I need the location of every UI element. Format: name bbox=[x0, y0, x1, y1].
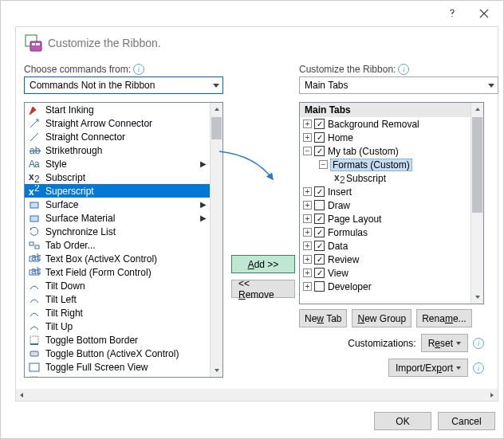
command-item[interactable]: Toggle Bottom Border bbox=[25, 333, 222, 347]
expand-icon[interactable]: + bbox=[303, 214, 312, 223]
command-label: Tab Order... bbox=[45, 240, 222, 251]
scroll-thumb[interactable] bbox=[211, 117, 222, 139]
scrollbar[interactable] bbox=[471, 103, 483, 304]
add-button[interactable]: Add >> bbox=[231, 255, 295, 273]
checkbox[interactable] bbox=[314, 119, 325, 129]
choose-commands-select[interactable]: Commands Not in the Ribbon bbox=[24, 76, 223, 94]
checkbox[interactable] bbox=[314, 227, 325, 237]
command-item[interactable]: Toggle Left Border bbox=[25, 374, 222, 378]
new-group-button[interactable]: New Group bbox=[352, 309, 411, 327]
checkbox[interactable] bbox=[314, 214, 325, 224]
scroll-up-icon[interactable] bbox=[211, 103, 222, 116]
expand-icon[interactable]: + bbox=[303, 268, 312, 277]
expand-icon[interactable]: + bbox=[303, 187, 312, 196]
command-item[interactable]: Tilt Left bbox=[25, 292, 222, 306]
command-item[interactable]: Toggle Full Screen View bbox=[25, 360, 222, 374]
collapse-icon[interactable]: − bbox=[319, 160, 328, 169]
command-item[interactable]: Start Inking bbox=[25, 103, 222, 116]
remove-button[interactable]: << Remove bbox=[231, 280, 295, 298]
tree-node[interactable]: +Developer bbox=[300, 280, 483, 293]
tree-leaf[interactable]: x2Subscript bbox=[300, 171, 483, 185]
command-label: Tilt Left bbox=[45, 294, 222, 305]
ribbon-tabs-select[interactable]: Main Tabs bbox=[299, 76, 498, 94]
tree-node[interactable]: +Home bbox=[300, 131, 483, 144]
svg-rect-22 bbox=[30, 363, 39, 371]
command-item[interactable]: Tab Order... bbox=[25, 238, 222, 252]
svg-rect-23 bbox=[30, 377, 38, 378]
command-item[interactable]: x2Subscript bbox=[25, 171, 222, 184]
checkbox[interactable] bbox=[314, 146, 325, 156]
scroll-left-icon[interactable] bbox=[16, 389, 27, 402]
expand-icon[interactable]: + bbox=[303, 133, 312, 142]
info-icon[interactable]: i bbox=[473, 338, 484, 349]
expand-icon[interactable]: + bbox=[303, 255, 312, 264]
command-item[interactable]: Straight Connector bbox=[25, 130, 222, 143]
checkbox[interactable] bbox=[314, 254, 325, 265]
info-icon[interactable]: i bbox=[398, 64, 409, 75]
svg-text:abl: abl bbox=[31, 253, 41, 263]
tree-node[interactable]: +Background Removal bbox=[300, 117, 483, 131]
command-item[interactable]: AaStyle▶ bbox=[25, 157, 222, 171]
svg-rect-12 bbox=[30, 216, 38, 221]
tree-node[interactable]: +View bbox=[300, 266, 483, 280]
command-item[interactable]: abcStrikethrough bbox=[25, 143, 222, 157]
scroll-up-icon[interactable] bbox=[472, 103, 483, 116]
command-item[interactable]: Tilt Down bbox=[25, 279, 222, 292]
expand-icon[interactable]: + bbox=[303, 282, 312, 291]
tree-node[interactable]: +Formulas bbox=[300, 225, 483, 239]
expand-icon[interactable]: + bbox=[303, 228, 312, 237]
command-item[interactable]: Tilt Up bbox=[25, 319, 222, 333]
collapse-icon[interactable]: − bbox=[303, 147, 312, 155]
ribbon-tree[interactable]: Main Tabs +Background Removal+Home−My ta… bbox=[299, 102, 484, 304]
command-item[interactable]: x2Superscript bbox=[25, 184, 222, 198]
tree-node[interactable]: −My tab (Custom) bbox=[300, 144, 483, 158]
tree-node[interactable]: +Insert bbox=[300, 185, 483, 198]
info-icon[interactable]: i bbox=[473, 363, 484, 374]
tree-label: Background Removal bbox=[328, 119, 419, 130]
checkbox[interactable] bbox=[314, 186, 325, 197]
command-item[interactable]: Surface Material▶ bbox=[25, 211, 222, 225]
scroll-down-icon[interactable] bbox=[472, 291, 483, 304]
checkbox[interactable] bbox=[314, 200, 325, 210]
command-item[interactable]: ablText Box (ActiveX Control) bbox=[25, 252, 222, 265]
tree-node[interactable]: +Review bbox=[300, 253, 483, 266]
svg-rect-2 bbox=[32, 43, 35, 45]
command-item[interactable]: Synchronize List bbox=[25, 225, 222, 238]
close-button[interactable] bbox=[468, 2, 500, 25]
expand-icon[interactable]: + bbox=[303, 201, 312, 210]
scrollbar[interactable] bbox=[210, 103, 222, 377]
expand-icon[interactable]: + bbox=[303, 120, 312, 128]
command-item[interactable]: ablText Field (Form Control) bbox=[25, 265, 222, 279]
checkbox[interactable] bbox=[314, 241, 325, 251]
help-button[interactable] bbox=[436, 2, 468, 25]
checkbox[interactable] bbox=[314, 132, 325, 143]
commands-listbox[interactable]: Start InkingStraight Arrow ConnectorStra… bbox=[24, 102, 223, 378]
expand-icon[interactable]: + bbox=[303, 241, 312, 250]
import-export-button[interactable]: Import/Export bbox=[388, 359, 468, 377]
tree-node[interactable]: +Data bbox=[300, 239, 483, 253]
ok-button[interactable]: OK bbox=[374, 412, 431, 430]
command-item[interactable]: Toggle Button (ActiveX Control) bbox=[25, 347, 222, 360]
scroll-right-icon[interactable] bbox=[486, 389, 498, 402]
cancel-button[interactable]: Cancel bbox=[438, 412, 495, 430]
tilt-icon bbox=[28, 307, 41, 319]
scroll-down-icon[interactable] bbox=[211, 364, 222, 377]
horizontal-scrollbar[interactable] bbox=[15, 389, 498, 402]
command-item[interactable]: Straight Arrow Connector bbox=[25, 116, 222, 130]
tree-node[interactable]: +Draw bbox=[300, 198, 483, 212]
checkbox[interactable] bbox=[314, 268, 325, 278]
scroll-thumb[interactable] bbox=[472, 117, 482, 213]
command-item[interactable]: Tilt Right bbox=[25, 306, 222, 319]
reset-button[interactable]: Reset bbox=[421, 334, 468, 352]
svg-rect-14 bbox=[35, 245, 39, 249]
info-icon[interactable]: i bbox=[133, 64, 144, 75]
tree-node[interactable]: −Formats (Custom) bbox=[300, 158, 483, 171]
new-tab-button[interactable]: New Tab bbox=[299, 309, 347, 327]
rename-button[interactable]: Rename... bbox=[416, 309, 471, 327]
svg-text:x: x bbox=[29, 171, 34, 182]
tree-label: Data bbox=[328, 241, 348, 252]
tree-node[interactable]: +Page Layout bbox=[300, 212, 483, 225]
command-item[interactable]: Surface▶ bbox=[25, 198, 222, 211]
command-label: Tilt Up bbox=[45, 321, 222, 332]
checkbox[interactable] bbox=[314, 281, 325, 292]
